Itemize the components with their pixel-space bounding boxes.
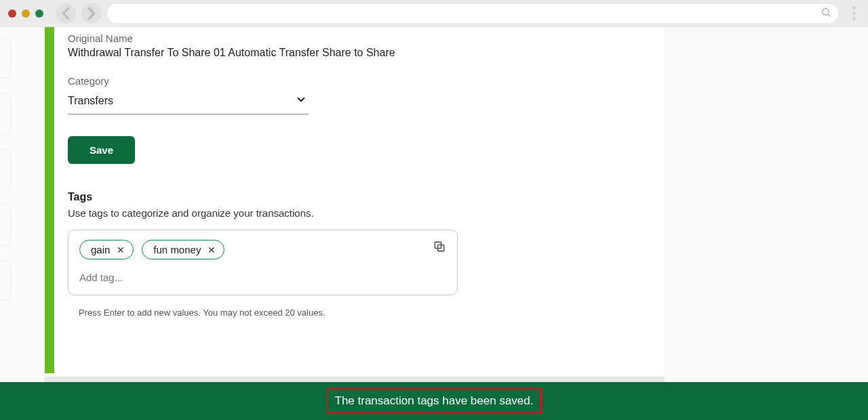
- tag-label: gain: [91, 244, 110, 255]
- window-zoom-icon[interactable]: [35, 9, 43, 18]
- side-tabs: [0, 38, 11, 316]
- remove-tag-icon[interactable]: ✕: [117, 245, 125, 255]
- browser-menu-button[interactable]: [844, 6, 860, 20]
- tags-heading: Tags: [68, 191, 651, 203]
- remove-tag-icon[interactable]: ✕: [208, 245, 216, 255]
- transaction-card: Original Name Withdrawal Transfer To Sha…: [45, 27, 665, 376]
- original-name-section: Original Name Withdrawal Transfer To Sha…: [68, 33, 651, 59]
- category-select[interactable]: Transfers: [68, 89, 309, 114]
- toast-message: The transaction tags have been saved.: [326, 388, 542, 414]
- tag-chip[interactable]: gain ✕: [79, 240, 134, 259]
- search-icon: [821, 7, 831, 20]
- window-minimize-icon[interactable]: [22, 9, 30, 18]
- window-close-icon[interactable]: [8, 9, 16, 18]
- original-name-label: Original Name: [68, 33, 651, 44]
- category-label: Category: [68, 75, 651, 87]
- back-button[interactable]: [56, 3, 76, 24]
- tag-label: fun money: [153, 244, 201, 255]
- side-tab[interactable]: [0, 38, 11, 79]
- save-button[interactable]: Save: [68, 136, 135, 164]
- browser-chrome: [0, 0, 868, 27]
- add-tag-input[interactable]: [79, 272, 446, 283]
- category-value: Transfers: [68, 95, 113, 107]
- toast-bar: The transaction tags have been saved.: [0, 382, 868, 420]
- tags-description: Use tags to categorize and organize your…: [68, 207, 651, 219]
- chevron-down-icon: [295, 93, 307, 108]
- page-body: Original Name Withdrawal Transfer To Sha…: [0, 27, 868, 420]
- category-section: Category Transfers: [68, 75, 651, 114]
- svg-line-1: [828, 14, 830, 16]
- card-accent-bar: [45, 27, 54, 376]
- window-traffic-lights: [8, 9, 43, 18]
- side-tab[interactable]: [0, 93, 11, 134]
- copy-icon[interactable]: [433, 240, 446, 256]
- side-tab[interactable]: [0, 260, 11, 301]
- url-bar[interactable]: [107, 4, 838, 23]
- tags-hint: Press Enter to add new values. You may n…: [79, 308, 651, 318]
- side-tab[interactable]: [0, 149, 11, 190]
- original-name-value: Withdrawal Transfer To Share 01 Automati…: [68, 47, 651, 59]
- side-tab[interactable]: [0, 205, 11, 245]
- forward-button[interactable]: [81, 3, 102, 24]
- tag-chips-row: gain ✕ fun money ✕: [79, 240, 446, 259]
- tags-box: gain ✕ fun money ✕: [68, 230, 458, 295]
- tag-chip[interactable]: fun money ✕: [142, 240, 224, 259]
